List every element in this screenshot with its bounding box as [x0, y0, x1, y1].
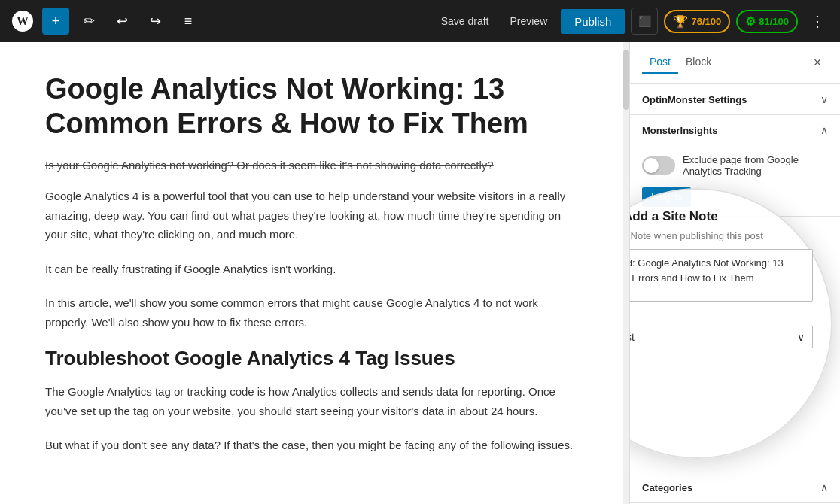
scrollbar-thumb[interactable] [623, 50, 629, 110]
site-note-textarea[interactable] [629, 249, 813, 302]
monsterinsights-header[interactable]: MonsterInsights ∧ [630, 115, 840, 145]
body-paragraph-5: But what if you don't see any data? If t… [45, 436, 578, 455]
body-paragraph-3: In this article, we'll show you some com… [45, 293, 578, 332]
categories-section: Categories ∧ [630, 472, 840, 503]
monsterinsights-chevron-icon: ∧ [820, 124, 828, 136]
redo-button[interactable]: ↪ [142, 8, 169, 35]
editor-area[interactable]: Google Analytics Not Working: 13 Common … [0, 42, 623, 504]
wp-logo: W [9, 8, 36, 35]
list-icon: ≡ [184, 14, 193, 29]
preview-button[interactable]: Preview [502, 11, 555, 32]
list-view-button[interactable]: ≡ [175, 8, 202, 35]
category-section: CATEGORY Blog Post ∨ [629, 312, 813, 348]
category-select[interactable]: Blog Post ∨ [629, 326, 813, 348]
site-note-spotlight: Add a Site Note Add a Site Note when pub… [629, 188, 832, 459]
scrollbar-track[interactable] [623, 42, 629, 504]
category-chevron-icon: ∨ [797, 331, 805, 343]
body-paragraph-4: The Google Analytics tag or tracking cod… [45, 382, 578, 421]
tab-block[interactable]: Block [678, 51, 719, 74]
sidebar-header: Post Block × [630, 42, 840, 84]
toolbar: W + ✏ ↩ ↪ ≡ Save draft Preview Publish ⬛… [0, 0, 840, 42]
site-note-label: Add a Site Note [629, 209, 718, 224]
optinmonster-chevron-icon: ∨ [820, 93, 828, 105]
toggle-knob [644, 158, 659, 173]
site-note-toggle-row: Add a Site Note [629, 208, 718, 226]
sidebar: Post Block × OptinMonster Settings ∨ Mon… [629, 42, 840, 504]
body-paragraph-1: Google Analytics 4 is a powerful tool th… [45, 187, 578, 244]
add-icon: + [52, 14, 60, 29]
categories-header[interactable]: Categories ∧ [630, 472, 840, 502]
redo-icon: ↪ [150, 13, 161, 29]
more-options-button[interactable]: ⋮ [804, 9, 831, 33]
edit-button[interactable]: ✏ [75, 8, 102, 35]
monsterinsights-title: MonsterInsights [642, 125, 717, 136]
post-title: Google Analytics Not Working: 13 Common … [45, 72, 578, 141]
publish-button[interactable]: Publish [561, 9, 625, 34]
settings-button[interactable]: ⬛ [631, 8, 658, 35]
readability-score-icon: ⚙ [745, 14, 756, 29]
seo-score-icon: 🏆 [673, 14, 688, 29]
optinmonster-header[interactable]: OptinMonster Settings ∨ [630, 84, 840, 114]
optinmonster-title: OptinMonster Settings [642, 94, 747, 105]
save-draft-button[interactable]: Save draft [434, 11, 497, 32]
tab-post[interactable]: Post [642, 51, 678, 74]
undo-icon: ↩ [117, 13, 128, 29]
settings-icon: ⬛ [638, 15, 651, 27]
seo-score-badge[interactable]: 🏆 76/100 [664, 10, 730, 33]
wp-logo-letter: W [17, 14, 29, 28]
exclude-toggle[interactable] [642, 156, 675, 175]
undo-button[interactable]: ↩ [108, 8, 135, 35]
exclude-label: Exclude page from Google Analytics Track… [683, 154, 828, 177]
optinmonster-section: OptinMonster Settings ∨ [630, 84, 840, 115]
category-label: CATEGORY [629, 312, 813, 321]
site-note-subtitle: Add a Site Note when publishing this pos… [629, 230, 763, 241]
categories-chevron-icon: ∧ [820, 481, 828, 493]
readability-score-value: 81/100 [759, 16, 789, 27]
category-value: Blog Post [629, 331, 635, 343]
main-area: Google Analytics Not Working: 13 Common … [0, 42, 840, 504]
exclude-toggle-row: Exclude page from Google Analytics Track… [642, 154, 828, 177]
add-block-button[interactable]: + [42, 8, 69, 35]
body-paragraph-2: It can be really frustrating if Google A… [45, 260, 578, 279]
section-heading: Troubleshoot Google Analytics 4 Tag Issu… [45, 347, 578, 370]
readability-score-badge[interactable]: ⚙ 81/100 [736, 10, 798, 33]
pencil-icon: ✏ [84, 13, 95, 29]
seo-score-value: 76/100 [691, 16, 721, 27]
categories-title: Categories [642, 482, 692, 493]
strikethrough-paragraph: Is your Google Analytics not working? Or… [45, 159, 578, 172]
sidebar-close-button[interactable]: × [807, 53, 828, 74]
